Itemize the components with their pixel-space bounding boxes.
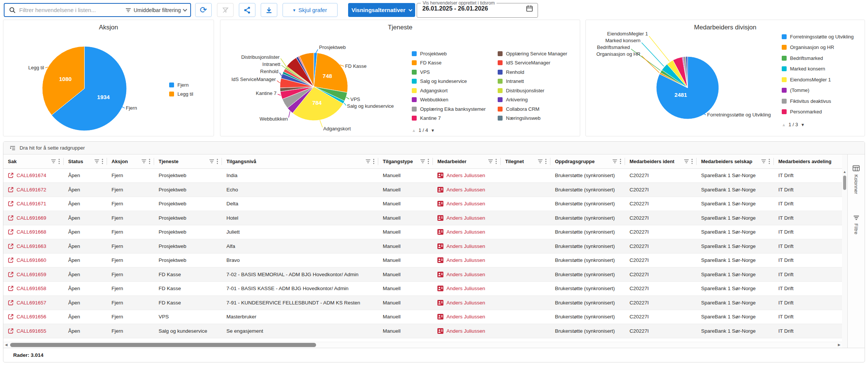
- legend-page-down-icon[interactable]: ▼: [801, 122, 805, 127]
- legend-item[interactable]: Fjern: [169, 80, 193, 89]
- table-row[interactable]: CALL691669ÅpenFjernProsjektwebHotelManue…: [3, 211, 842, 225]
- legend-item[interactable]: Renhold: [498, 67, 584, 77]
- legend-item[interactable]: Marked konsern: [782, 64, 854, 75]
- case-link[interactable]: CALL691663: [17, 243, 46, 249]
- employee-link[interactable]: Anders Juliussen: [446, 187, 485, 193]
- column-header-sak[interactable]: Sak: [3, 154, 64, 168]
- column-menu-icon[interactable]: [428, 159, 429, 164]
- employee-link[interactable]: Anders Juliussen: [446, 314, 485, 320]
- legend-item[interactable]: Bedriftsmarked: [782, 53, 854, 64]
- row-group-dropzone[interactable]: Dra hit for å sette radgrupper: [3, 142, 865, 154]
- open-case-icon[interactable]: [8, 229, 14, 235]
- calendar-icon[interactable]: [526, 5, 533, 12]
- table-row[interactable]: CALL691660ÅpenFjernProsjektwebBravoManue…: [3, 253, 842, 268]
- download-button[interactable]: [261, 3, 277, 17]
- employee-link[interactable]: Anders Juliussen: [446, 272, 485, 277]
- legend-item[interactable]: Forretningsstøtte og Utvikling: [782, 31, 854, 42]
- table-row[interactable]: CALL691655ÅpenFjernSalg og kundeserviceS…: [3, 324, 842, 338]
- case-link[interactable]: CALL691672: [17, 187, 46, 193]
- column-menu-icon[interactable]: [217, 159, 218, 164]
- column-menu-icon[interactable]: [691, 159, 693, 164]
- case-link[interactable]: CALL691671: [17, 201, 46, 206]
- employee-link[interactable]: Anders Juliussen: [446, 300, 485, 306]
- open-case-icon[interactable]: [8, 314, 14, 320]
- column-filter-icon[interactable]: [612, 159, 617, 164]
- legend-item[interactable]: Opplæring Eika banksystemer: [412, 104, 498, 114]
- employee-link[interactable]: Anders Juliussen: [446, 328, 485, 334]
- open-case-icon[interactable]: [8, 187, 14, 193]
- column-header-medarbeiders-selskap[interactable]: Medarbeiders selskap: [697, 154, 774, 168]
- column-menu-icon[interactable]: [373, 159, 374, 164]
- column-menu-icon[interactable]: [769, 159, 770, 164]
- column-filter-icon[interactable]: [141, 159, 147, 164]
- column-filter-icon[interactable]: [761, 159, 766, 164]
- column-filter-icon[interactable]: [420, 159, 425, 164]
- table-row[interactable]: CALL691668ÅpenFjernProsjektwebJuliettMan…: [3, 225, 842, 239]
- open-case-icon[interactable]: [8, 286, 14, 291]
- table-row[interactable]: CALL691659ÅpenFjernFD Kasse7-02 - BASIS …: [3, 268, 842, 282]
- employee-link[interactable]: Anders Juliussen: [446, 257, 485, 263]
- open-case-icon[interactable]: [8, 173, 14, 178]
- employee-link[interactable]: Anders Juliussen: [446, 215, 485, 221]
- table-row[interactable]: CALL691671ÅpenFjernProsjektwebDeltaManue…: [3, 197, 842, 211]
- column-header-medarbeider[interactable]: Medarbeider: [433, 154, 501, 168]
- employee-link[interactable]: Anders Juliussen: [446, 286, 485, 291]
- column-header-tilgangsnivå[interactable]: Tilgangsnivå: [222, 154, 378, 168]
- legend-item[interactable]: EiendomsMegler 1: [782, 74, 854, 85]
- date-range-value[interactable]: 26.01.2025 - 26.01.2026: [422, 5, 488, 12]
- column-menu-icon[interactable]: [149, 159, 150, 164]
- legend-item[interactable]: Prosjektweb: [412, 49, 498, 58]
- legend-item[interactable]: IdS ServiceManager: [498, 58, 584, 68]
- case-link[interactable]: CALL691674: [17, 173, 46, 178]
- legend-item[interactable]: Næringslivsweb: [498, 114, 584, 123]
- filter-mode-dropdown[interactable]: Umiddelbar filtrering: [125, 7, 186, 13]
- legend-item[interactable]: Opplæring Service Manager: [498, 49, 584, 58]
- employee-link[interactable]: Anders Juliussen: [446, 173, 485, 178]
- case-link[interactable]: CALL691657: [17, 300, 46, 306]
- legend-item[interactable]: Fiktivitus deaktivus: [782, 96, 854, 107]
- column-filter-icon[interactable]: [538, 159, 543, 164]
- horizontal-scrollbar[interactable]: ◀ ▶: [3, 342, 842, 348]
- legend-item[interactable]: Salg og kundeservice: [412, 77, 498, 86]
- refresh-button[interactable]: ⟳: [195, 3, 212, 17]
- employee-link[interactable]: Anders Juliussen: [446, 201, 485, 206]
- view-options-button[interactable]: Visningsalternativer: [348, 3, 415, 17]
- column-menu-icon[interactable]: [102, 159, 103, 164]
- case-link[interactable]: CALL691656: [17, 314, 46, 320]
- column-header-oppdragsgruppe[interactable]: Oppdragsgruppe: [550, 154, 625, 168]
- column-header-tjeneste[interactable]: Tjeneste: [154, 154, 222, 168]
- date-range-field[interactable]: Vis henvendelser opprettet i tidsrom 26.…: [417, 0, 538, 18]
- column-header-medarbeiders-avdeling[interactable]: Medarbeiders avdeling: [774, 154, 842, 168]
- legend-page-up-icon[interactable]: ▲: [412, 128, 416, 133]
- tab-kolonner[interactable]: Kolonner: [853, 165, 860, 194]
- hide-charts-button[interactable]: ▾ Skjul grafer: [283, 3, 338, 17]
- open-case-icon[interactable]: [8, 257, 14, 263]
- table-row[interactable]: CALL691663ÅpenFjernProsjektwebAlfaManuel…: [3, 239, 842, 254]
- legend-item[interactable]: Webbutikken: [412, 95, 498, 105]
- tab-filtre[interactable]: Filtre: [853, 215, 859, 234]
- clear-filter-button[interactable]: [217, 3, 234, 17]
- case-link[interactable]: CALL691668: [17, 229, 46, 235]
- legend-item[interactable]: Intranett: [498, 77, 584, 86]
- legend-item[interactable]: VPS: [412, 67, 498, 77]
- legend-item[interactable]: Personmarked: [782, 107, 854, 118]
- column-header-tilegnet[interactable]: Tilegnet: [501, 154, 550, 168]
- scroll-up-icon[interactable]: ▲: [842, 170, 847, 174]
- column-menu-icon[interactable]: [620, 159, 621, 164]
- column-menu-icon[interactable]: [495, 159, 497, 164]
- legend-page-up-icon[interactable]: ▲: [782, 122, 786, 127]
- legend-item[interactable]: (Tomme): [782, 85, 854, 96]
- column-header-medarbeiders-ident[interactable]: Medarbeiders ident: [625, 154, 697, 168]
- share-button[interactable]: [239, 3, 255, 17]
- case-link[interactable]: CALL691659: [17, 272, 46, 277]
- column-filter-icon[interactable]: [684, 159, 689, 164]
- column-menu-icon[interactable]: [545, 159, 547, 164]
- legend-item[interactable]: Legg til: [169, 89, 193, 98]
- column-header-aksjon[interactable]: Aksjon: [107, 154, 154, 168]
- open-case-icon[interactable]: [8, 215, 14, 221]
- vertical-scrollbar[interactable]: ▲: [842, 154, 847, 348]
- open-case-icon[interactable]: [8, 201, 14, 206]
- case-link[interactable]: CALL691658: [17, 286, 46, 291]
- column-filter-icon[interactable]: [209, 159, 214, 164]
- scroll-left-icon[interactable]: ◀: [5, 343, 8, 347]
